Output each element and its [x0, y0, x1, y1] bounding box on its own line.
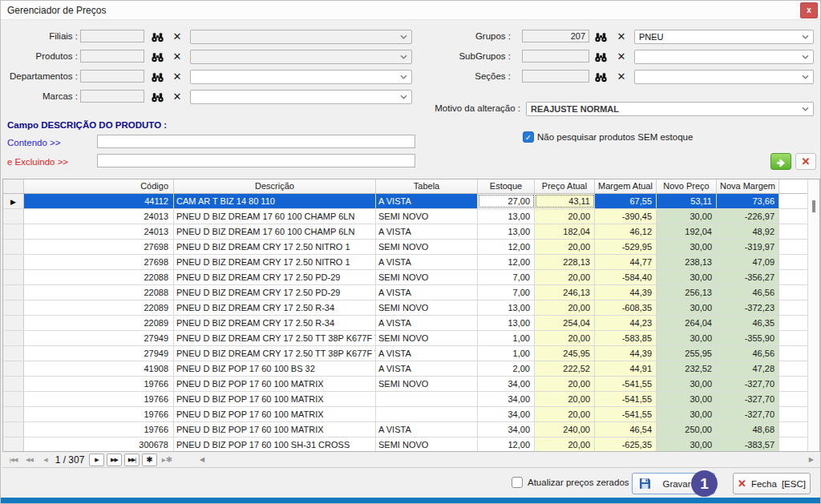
grid-cell-margem-atual[interactable]: 44,91: [595, 361, 657, 376]
subgrupos-search-button[interactable]: [593, 50, 608, 63]
nav-next-button[interactable]: ▶: [89, 454, 104, 466]
fecha-button[interactable]: ✕ Fecha [ESC]: [733, 473, 811, 494]
grid-cell-descricao[interactable]: PNEU D BIZ DREAM CRY 17 2.50 TT 38P K677…: [174, 331, 376, 345]
grid-cell-nova-margem[interactable]: -327,70: [717, 392, 779, 406]
grid-cell-preco-atual[interactable]: 20,00: [535, 240, 595, 254]
grid-cell-codigo[interactable]: 19766: [24, 392, 174, 406]
grid-row[interactable]: ▶ 27949 PNEU D BIZ DREAM CRY 17 2.50 TT …: [3, 331, 807, 346]
grid-cell-codigo[interactable]: 300678: [24, 437, 174, 451]
grid-cell-preco-atual[interactable]: 20,00: [535, 407, 595, 421]
grid-cell-tabela[interactable]: SEMI NOVO: [376, 300, 478, 315]
grid-header-novo-preco[interactable]: Novo Preço: [657, 179, 717, 193]
grid-cell-estoque[interactable]: 13,00: [478, 300, 535, 315]
grid-cell-descricao[interactable]: PNEU D BIZ DREAM CRY 17 2.50 R-34: [174, 300, 376, 315]
grid-cell-estoque[interactable]: 13,00: [478, 224, 535, 239]
nav-refresh-button[interactable]: ✱: [142, 454, 157, 466]
grid-header-nova-margem[interactable]: Nova Margem: [717, 179, 779, 193]
produtos-search-button[interactable]: [150, 50, 164, 63]
grid-cell-descricao[interactable]: PNEU D BIZ POP 17 60 100 MATRIX: [174, 422, 376, 437]
grid-cell-margem-atual[interactable]: 44,23: [595, 316, 657, 330]
vertical-scrollbar-thumb[interactable]: [812, 200, 815, 212]
grid-cell-tabela[interactable]: SEMI NOVO: [376, 240, 478, 254]
grid-cell-codigo[interactable]: 19766: [24, 407, 174, 421]
grid-cell-margem-atual[interactable]: 44,39: [595, 346, 657, 361]
marcas-clear-button[interactable]: ✕: [170, 91, 184, 103]
hscroll-right-arrow[interactable]: ▶: [809, 456, 814, 463]
grid-cell-nova-margem[interactable]: -356,27: [717, 270, 779, 284]
marcas-code-input[interactable]: [80, 90, 144, 103]
grid-cell-descricao[interactable]: PNEU D BIZ DREAM CRY 17 2.50 NITRO 1: [174, 255, 376, 269]
grid-cell-novo-preco[interactable]: 232,52: [657, 361, 717, 376]
grid-cell-descricao[interactable]: PNEU D BIZ POP 17 60 100 BS 32: [174, 361, 376, 376]
grid-cell-preco-atual[interactable]: 182,04: [535, 224, 595, 239]
grid-cell-codigo[interactable]: 24013: [24, 224, 174, 239]
grid-cell-estoque[interactable]: 12,00: [478, 240, 535, 254]
filiais-combo[interactable]: [190, 30, 412, 44]
nav-first-button[interactable]: |◀◀: [6, 454, 21, 466]
grid-cell-codigo[interactable]: 27698: [24, 240, 174, 254]
grid-cell-nova-margem[interactable]: 47,09: [717, 255, 779, 269]
grid-cell-novo-preco[interactable]: 30,00: [657, 392, 717, 406]
grid-cell-codigo[interactable]: 19766: [24, 422, 174, 437]
grid-cell-codigo[interactable]: 27949: [24, 331, 174, 345]
grid-cell-tabela[interactable]: [376, 392, 478, 406]
grid-cell-nova-margem[interactable]: 47,28: [717, 361, 779, 376]
grid-row[interactable]: ▶ 24013 PNEU D BIZ DREAM 17 60 100 CHAMP…: [3, 209, 807, 224]
departamentos-clear-button[interactable]: ✕: [170, 71, 184, 83]
grid-cell-tabela[interactable]: A VISTA: [376, 316, 478, 330]
grid-cell-nova-margem[interactable]: 46,56: [717, 346, 779, 361]
grid-cell-novo-preco[interactable]: 30,00: [657, 270, 717, 284]
grid-cell-margem-atual[interactable]: -608,35: [595, 300, 657, 315]
grid-cell-estoque[interactable]: 7,00: [478, 270, 535, 284]
grid-cell-novo-preco[interactable]: 30,00: [657, 331, 717, 345]
hscroll-left-arrow[interactable]: ◀: [200, 456, 204, 463]
grid-cell-tabela[interactable]: SEMI NOVO: [376, 209, 478, 224]
grid-cell-estoque[interactable]: 13,00: [478, 209, 535, 224]
nav-next-page-button[interactable]: ▶▶: [107, 454, 122, 466]
grid-cell-margem-atual[interactable]: -584,40: [595, 270, 657, 284]
grid-row[interactable]: ▶ 27949 PNEU D BIZ DREAM CRY 17 2.50 TT …: [3, 346, 807, 361]
contendo-input[interactable]: [97, 135, 415, 148]
grid-cell-descricao[interactable]: PNEU D BIZ DREAM CRY 17 2.50 PD-29: [174, 285, 376, 300]
subgrupos-combo[interactable]: [634, 50, 814, 64]
nav-prior-page-button[interactable]: ◀◀: [22, 454, 37, 466]
grid-cell-margem-atual[interactable]: 44,77: [595, 255, 657, 269]
grid-cell-estoque[interactable]: 12,00: [478, 437, 535, 451]
zerados-checkbox[interactable]: [512, 477, 523, 488]
grid-row[interactable]: ▶ 27698 PNEU D BIZ DREAM CRY 17 2.50 NIT…: [3, 255, 807, 270]
grid-cell-tabela[interactable]: SEMI NOVO: [376, 331, 478, 345]
grid-cell-margem-atual[interactable]: -625,35: [595, 437, 657, 451]
excluindo-input[interactable]: [97, 154, 415, 167]
grid-cell-codigo[interactable]: 22088: [24, 270, 174, 284]
apply-filter-button[interactable]: [770, 153, 791, 170]
grid-cell-descricao[interactable]: PNEU D BIZ DREAM 17 60 100 CHAMP 6LN: [174, 209, 376, 224]
grid-cell-tabela[interactable]: SEMI NOVO: [376, 377, 478, 391]
grid-cell-descricao[interactable]: PNEU D BIZ POP 17 60 100 MATRIX: [174, 392, 376, 406]
nav-bookmark-button[interactable]: ▸✱: [160, 454, 175, 466]
departamentos-search-button[interactable]: [150, 71, 164, 83]
close-button[interactable]: x: [800, 2, 818, 18]
grid-cell-novo-preco[interactable]: 238,13: [657, 255, 717, 269]
nav-prior-button[interactable]: ◀: [38, 454, 53, 466]
grid-cell-novo-preco[interactable]: 255,95: [657, 346, 717, 361]
grid-cell-nova-margem[interactable]: 48,68: [717, 422, 779, 437]
grid-cell-novo-preco[interactable]: 264,04: [657, 316, 717, 330]
departamentos-combo[interactable]: [190, 70, 412, 84]
secoes-combo[interactable]: [634, 70, 814, 84]
grid-cell-margem-atual[interactable]: -390,45: [595, 209, 657, 224]
grid-cell-preco-atual[interactable]: 254,04: [535, 316, 595, 330]
grid-cell-preco-atual[interactable]: 20,00: [535, 270, 595, 284]
grid-cell-codigo[interactable]: 27949: [24, 346, 174, 361]
grid-cell-preco-atual[interactable]: 20,00: [535, 437, 595, 451]
grid-header-margem-atual[interactable]: Margem Atual: [595, 179, 657, 193]
grid-cell-margem-atual[interactable]: 46,12: [595, 224, 657, 239]
grid-cell-margem-atual[interactable]: -541,55: [595, 377, 657, 391]
grid-cell-codigo[interactable]: 22089: [24, 300, 174, 315]
subgrupos-code-input[interactable]: [522, 50, 589, 62]
grid-cell-preco-atual[interactable]: 20,00: [535, 377, 595, 391]
grid-cell-estoque[interactable]: 1,00: [478, 331, 535, 345]
secoes-code-input[interactable]: [522, 70, 589, 83]
grid-row[interactable]: ▶ 19766 PNEU D BIZ POP 17 60 100 MATRIX …: [3, 407, 807, 422]
produtos-clear-button[interactable]: ✕: [170, 50, 184, 63]
grid-cell-novo-preco[interactable]: 192,04: [657, 224, 717, 239]
